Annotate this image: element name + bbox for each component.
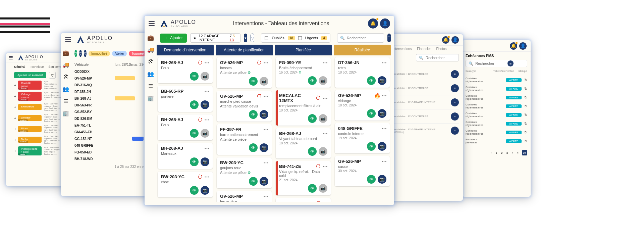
expand-button[interactable]: +: [14, 127, 16, 131]
sidebar-briefcase-icon[interactable]: 💼: [62, 50, 69, 56]
intervention-card[interactable]: GV-526-MP🔥⋯vidange18 oct. 2024👁📷: [335, 90, 390, 121]
view-button[interactable]: 👁: [367, 76, 376, 85]
intervention-card[interactable]: BB-741-ZE⏱⋯Vidange liq. refroi. - Data c…: [276, 161, 331, 195]
todo-button[interactable]: À FAIRE: [506, 139, 522, 143]
planning-row[interactable]: FQ-050-ED: [74, 149, 144, 155]
photo-button[interactable]: 📷: [378, 142, 386, 151]
view-button[interactable]: 👁: [367, 142, 376, 151]
planning-bar[interactable]: [115, 76, 135, 80]
card-menu-button[interactable]: ⋯: [323, 96, 327, 100]
card-menu-button[interactable]: ⋯: [205, 60, 209, 65]
intervention-card[interactable]: BB-665-RP⋯portiere👁📷: [158, 86, 213, 112]
card-menu-button[interactable]: ⋯: [382, 93, 386, 98]
view-button[interactable]: 👁: [308, 147, 317, 156]
photo-button[interactable]: 📷: [201, 100, 209, 109]
view-button[interactable]: 👁: [249, 110, 258, 119]
refresh-icon[interactable]: ↻: [524, 122, 527, 126]
sidebar-people-icon[interactable]: 👥: [62, 86, 69, 92]
card-menu-button[interactable]: ⋯: [382, 60, 386, 65]
photo-button[interactable]: 📷: [260, 110, 268, 119]
planning-row[interactable]: GC000XX: [74, 68, 144, 75]
status-pill[interactable]: Immobilisé: [89, 51, 110, 56]
planning-row[interactable]: BH-718-WD: [74, 155, 144, 162]
intervention-card[interactable]: BH-268-AJ⋯Marteaux👁📷: [158, 143, 213, 169]
tab[interactable]: Général: [14, 65, 25, 68]
profile-button[interactable]: 👤: [380, 18, 390, 29]
expand-button[interactable]: +: [14, 138, 16, 142]
card-menu-button[interactable]: ⋯: [382, 159, 386, 164]
planning-row[interactable]: GG-152-NT: [74, 135, 144, 142]
expand-button[interactable]: +: [14, 94, 16, 98]
view-button[interactable]: 👁: [190, 186, 199, 195]
sidebar-list-icon[interactable]: ☰: [147, 83, 154, 89]
view-button[interactable]: 👁: [249, 77, 258, 86]
planning-row[interactable]: 048 GRIFFE: [74, 142, 144, 149]
intervention-card[interactable]: FF-397-FR⋯barre antiencastrementAttente …: [217, 124, 272, 155]
profile-button[interactable]: 👤: [519, 42, 527, 50]
sidebar-briefcase-icon[interactable]: 💼: [147, 35, 154, 41]
sidebar-building-icon[interactable]: 🏢: [62, 110, 69, 116]
todo-button[interactable]: À FAIRE: [506, 113, 522, 117]
photo-button[interactable]: 📷: [378, 109, 386, 118]
item-chip[interactable]: MinesModéré: [18, 126, 42, 132]
card-menu-button[interactable]: ⋯: [205, 89, 209, 94]
card-menu-button[interactable]: ⋯: [264, 127, 268, 132]
filter-button[interactable]: ▽: [49, 72, 56, 79]
intervention-card[interactable]: BH-268-AJ⏱⋯Feux👁📷: [158, 57, 213, 83]
view-toggle-button[interactable]: ☷: [387, 34, 391, 42]
todo-button[interactable]: À FAIRE: [506, 78, 522, 82]
intervention-card[interactable]: BH-268-AJ⋯Voyant tableau de bord18 oct. …: [276, 128, 331, 158]
view-button[interactable]: 👁: [367, 109, 376, 118]
intervention-card[interactable]: GV-526-MP⋯casse30 oct. 2024👁📷: [335, 156, 390, 186]
view-button[interactable]: 👁: [249, 177, 258, 186]
planning-bar[interactable]: [115, 96, 135, 100]
card-menu-button[interactable]: ⋯: [264, 94, 268, 99]
card-menu-button[interactable]: ⋯: [382, 126, 386, 131]
tab[interactable]: Interventions: [392, 47, 412, 51]
planning-row[interactable]: GS-852-BY: [74, 108, 144, 115]
row-menu-button[interactable]: ≡: [451, 112, 459, 121]
item-chip[interactable]: Vidange boîte + pontFaible: [18, 146, 42, 155]
view-button[interactable]: 👁: [308, 114, 317, 123]
planning-row[interactable]: GV-526-MP: [74, 75, 144, 82]
menu-button[interactable]: [149, 21, 155, 26]
card-menu-button[interactable]: ⋯: [323, 201, 327, 202]
refresh-icon[interactable]: ↻: [524, 87, 527, 91]
photo-button[interactable]: 📷: [319, 184, 327, 193]
view-button[interactable]: 👁: [190, 157, 199, 166]
intervention-card[interactable]: GV-526-MP⏱⋯bossesAttente ce pièce ⚙👁📷: [217, 57, 272, 88]
item-chip[interactable]: Contrôle pneusCritique: [18, 81, 42, 90]
view-button[interactable]: 👁: [308, 184, 317, 193]
intervention-card[interactable]: BH-268-AJ⏱⋯Feux👁📷: [158, 114, 213, 140]
photo-button[interactable]: 📷: [319, 76, 327, 85]
card-menu-button[interactable]: ⋯: [323, 164, 327, 169]
intervention-card[interactable]: BW-203-YC⋯goujons roueAttente ce pièce ⚙…: [217, 157, 272, 188]
search-box[interactable]: 🔍: [337, 33, 384, 43]
planning-row[interactable]: DP-316-VQ: [74, 82, 144, 88]
expand-button[interactable]: +: [14, 83, 16, 87]
checkbox-oublies[interactable]: [265, 36, 268, 40]
photo-button[interactable]: 📷: [260, 143, 268, 152]
page-button[interactable]: ›: [510, 150, 515, 155]
row-menu-button[interactable]: ≡: [451, 70, 459, 78]
photo-button[interactable]: 📷: [378, 175, 386, 184]
todo-button[interactable]: À FAIRE: [506, 122, 522, 126]
menu-button[interactable]: [9, 56, 13, 59]
photo-button[interactable]: 📷: [319, 147, 327, 156]
tab[interactable]: Photos: [436, 47, 446, 51]
refresh-icon[interactable]: ↻: [524, 139, 527, 143]
photo-button[interactable]: 📷: [319, 114, 327, 123]
planning-row[interactable]: GM-456-EH: [74, 129, 144, 135]
profile-button[interactable]: 👤: [451, 36, 459, 44]
row-menu-button[interactable]: ≡: [451, 98, 459, 106]
refresh-icon[interactable]: ↻: [524, 78, 527, 82]
sidebar-tools-icon[interactable]: 🛠: [147, 59, 154, 65]
planning-row[interactable]: DT-356-JN: [74, 88, 144, 95]
photo-button[interactable]: 📷: [260, 77, 268, 86]
filter-pill[interactable]: ▽: [84, 50, 87, 57]
notifications-button[interactable]: 🔔: [368, 18, 378, 29]
add-button[interactable]: ＋Ajouter: [160, 34, 187, 43]
sidebar-list-icon[interactable]: ☰: [62, 98, 69, 104]
todo-button[interactable]: À FAIRE: [506, 104, 522, 108]
sidebar-truck-icon[interactable]: 🚚: [147, 47, 154, 53]
